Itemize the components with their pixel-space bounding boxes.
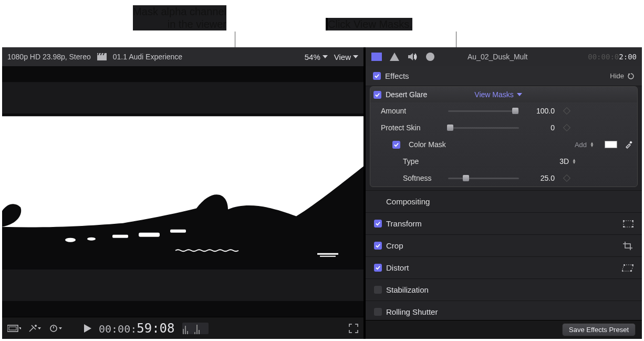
view-menu[interactable]: View: [334, 53, 358, 61]
transform-icon[interactable]: [623, 220, 633, 228]
transform-checkbox[interactable]: [374, 220, 382, 228]
svg-marker-33: [390, 53, 399, 61]
svg-marker-6: [353, 55, 358, 58]
svg-rect-27: [371, 54, 373, 55]
clapperboard-icon: [97, 53, 107, 60]
effect-enable-checkbox[interactable]: [373, 91, 381, 99]
crop-section[interactable]: Crop: [366, 234, 642, 256]
svg-rect-0: [97, 55, 107, 60]
fullscreen-button[interactable]: [349, 324, 358, 333]
svg-rect-16: [2, 270, 363, 301]
info-inspector-tab[interactable]: [424, 52, 436, 61]
svg-rect-12: [139, 233, 160, 237]
distort-icon[interactable]: [622, 264, 633, 272]
amount-slider[interactable]: [448, 110, 519, 112]
effect-name: Desert Glare: [386, 90, 427, 99]
stabilization-section[interactable]: Stabilization: [366, 278, 642, 301]
svg-marker-5: [323, 55, 328, 58]
param-protect-skin: Protect Skin 0: [370, 119, 637, 136]
svg-rect-18: [9, 327, 16, 330]
timecode-display[interactable]: 00:00:59:08: [99, 321, 175, 336]
svg-point-20: [35, 325, 37, 327]
protect-skin-slider[interactable]: [448, 127, 519, 129]
svg-rect-46: [624, 264, 625, 266]
amount-value[interactable]: 100.0: [523, 107, 555, 115]
protect-skin-value[interactable]: 0: [523, 123, 555, 132]
svg-rect-14: [317, 253, 338, 255]
crop-checkbox[interactable]: [374, 242, 382, 250]
svg-rect-48: [622, 270, 623, 272]
param-amount: Amount 100.0: [370, 102, 637, 119]
save-effects-preset-button[interactable]: Save Effects Preset: [562, 323, 636, 336]
color-mask-checkbox[interactable]: [392, 141, 400, 149]
compositing-section[interactable]: Compositing: [366, 190, 642, 212]
color-inspector-tab[interactable]: [389, 52, 400, 61]
svg-rect-49: [630, 270, 632, 272]
transport-bar: 00:00:59:08: [2, 317, 363, 339]
svg-point-9: [65, 238, 76, 242]
stabilization-checkbox[interactable]: [374, 286, 382, 294]
distort-checkbox[interactable]: [374, 264, 382, 272]
effects-checkbox[interactable]: [373, 72, 381, 80]
clip-duration: 00:00:02:00: [588, 53, 637, 61]
keyframe-button[interactable]: [563, 124, 570, 131]
keyframe-button[interactable]: [563, 174, 570, 182]
eyedropper-icon[interactable]: [625, 140, 633, 149]
app-window: 1080p HD 23.98p, Stereo 01.1 Audi Experi…: [2, 47, 642, 339]
softness-slider[interactable]: [448, 178, 519, 179]
svg-rect-15: [320, 256, 336, 257]
distort-section[interactable]: Distort: [366, 256, 642, 278]
viewer-header: 1080p HD 23.98p, Stereo 01.1 Audi Experi…: [2, 47, 363, 66]
effects-section-header[interactable]: Effects Hide: [366, 66, 642, 86]
view-masks-menu[interactable]: View Masks: [474, 90, 522, 99]
svg-rect-42: [632, 220, 633, 222]
zoom-menu[interactable]: 54%: [305, 53, 328, 61]
svg-rect-30: [380, 54, 382, 55]
svg-rect-41: [623, 220, 625, 222]
mask-color-swatch[interactable]: [605, 141, 617, 148]
svg-marker-19: [19, 327, 21, 329]
effect-desert-glare: Desert Glare View Masks Amount 100.0: [370, 86, 638, 187]
play-button[interactable]: [84, 324, 91, 333]
softness-value[interactable]: 25.0: [523, 174, 555, 182]
svg-marker-23: [84, 324, 91, 333]
svg-rect-39: [629, 141, 632, 144]
svg-marker-21: [38, 327, 41, 329]
audio-inspector-tab[interactable]: [407, 52, 418, 61]
svg-rect-44: [632, 226, 633, 228]
svg-rect-29: [371, 58, 373, 59]
inspector-tabs: Au_02_Dusk_Mult 00:00:02:00: [366, 47, 642, 66]
rolling-shutter-section[interactable]: Rolling Shutter: [366, 301, 642, 320]
svg-point-10: [87, 237, 96, 241]
svg-rect-8: [2, 82, 363, 113]
svg-marker-22: [59, 327, 62, 329]
svg-rect-32: [380, 58, 382, 59]
type-menu[interactable]: 3D ▲▼: [559, 157, 576, 166]
callout-mask-alpha: Mask alpha channel in the viewer: [133, 5, 226, 30]
hide-effects-button[interactable]: Hide: [610, 72, 635, 80]
effects-label: Effects: [385, 71, 409, 80]
param-softness: Softness 25.0: [370, 170, 637, 187]
param-color-mask: Color Mask Add ▲▼: [370, 136, 637, 153]
reset-icon: [627, 73, 635, 80]
effect-title-row[interactable]: Desert Glare View Masks: [370, 87, 637, 102]
chevron-down-icon: [353, 55, 358, 58]
clip-name: Au_02_Dusk_Mult: [468, 53, 527, 61]
rolling-shutter-checkbox[interactable]: [374, 308, 382, 316]
video-inspector-tab[interactable]: [371, 52, 382, 61]
callout-view-masks: Click View Masks.: [326, 18, 412, 30]
add-mask-menu[interactable]: Add ▲▼: [575, 141, 594, 149]
viewer-canvas[interactable]: [2, 66, 363, 317]
tool-menu[interactable]: [28, 324, 42, 333]
svg-rect-31: [380, 56, 382, 57]
display-options-menu[interactable]: [7, 324, 21, 333]
audio-meter: [182, 323, 209, 334]
retime-menu[interactable]: [49, 324, 63, 333]
inspector-panel: Au_02_Dusk_Mult 00:00:02:00 Effects Hide: [363, 47, 642, 339]
crop-icon[interactable]: [623, 242, 633, 250]
svg-rect-35: [430, 56, 431, 59]
transform-section[interactable]: Transform: [366, 212, 642, 234]
svg-rect-47: [632, 264, 633, 266]
keyframe-button[interactable]: [563, 107, 570, 115]
viewer-panel: 1080p HD 23.98p, Stereo 01.1 Audi Experi…: [2, 47, 363, 339]
